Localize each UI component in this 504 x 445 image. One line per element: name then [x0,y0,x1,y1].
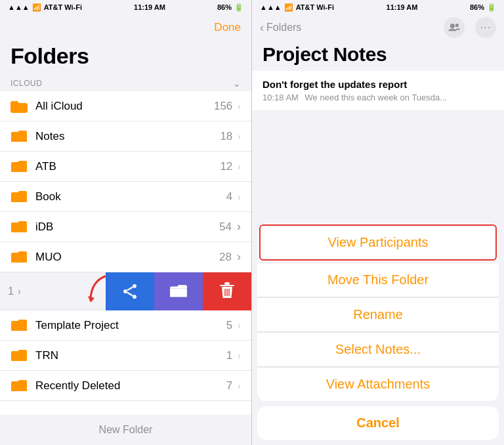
folder-item-trn[interactable]: TRN 1 › [0,341,251,371]
action-label: Select Notes... [335,342,421,357]
folder-button[interactable] [154,272,203,310]
folder-item-muo[interactable]: MUO 28 › [0,242,251,272]
folder-icon [10,129,28,144]
svg-rect-9 [224,282,230,285]
action-rename[interactable]: Rename [257,298,499,332]
folder-name: ATB [35,160,220,173]
svg-point-7 [133,284,136,287]
folder-list-top: All iCloud 156 › Notes 18 › ATB [0,91,251,415]
folder-count: 18 [220,130,232,143]
page-indicator: 1 › [0,286,29,297]
bottom-section: New Folder [0,415,251,445]
note-preview-text: We need this each week on Tuesda... [305,93,448,102]
note-preview[interactable]: Don't forget the updates report 10:18 AM… [252,71,504,110]
people-icon-button[interactable] [444,17,465,38]
folder-icon [10,99,28,114]
folder-count: 12 [220,160,232,173]
folder-item-template[interactable]: Template Project 5 › [0,310,251,341]
folder-item-book[interactable]: Book 4 › [0,182,251,212]
right-title: Project Notes [262,43,494,66]
action-cancel-sheet: Cancel [257,406,499,440]
right-battery: 86% 🔋 [470,3,496,12]
folder-item-atb[interactable]: ATB 12 › [0,152,251,182]
folder-item-idb[interactable]: iDB 54 › [0,212,251,242]
folder-count: 4 [226,190,232,203]
chevron-gray-icon: › [237,220,241,234]
folder-icon [10,349,28,363]
left-navbar: Done [0,14,251,41]
folder-count: 5 [226,319,232,332]
action-move-folder[interactable]: Move This Folder [257,263,499,297]
chevron-icon: › [238,161,241,172]
left-panel: ▲▲▲ 📶 AT&T Wi-Fi 11:19 AM 86% 🔋 Done Fol… [0,0,252,445]
left-time: 11:19 AM [134,3,165,11]
right-navbar: ‹ Folders ··· [252,14,504,41]
left-title: Folders [10,43,241,69]
chevron-icon: › [238,350,241,361]
folder-name: iDB [35,221,219,234]
wifi-icon: 📶 [284,3,293,12]
battery-icon: 🔋 [234,3,243,12]
svg-point-14 [450,24,455,28]
svg-marker-0 [88,296,94,303]
svg-point-8 [133,295,136,298]
chevron-icon: › [238,381,241,391]
left-carrier: ▲▲▲ 📶 AT&T Wi-Fi [8,3,82,12]
folder-name: Recently Deleted [35,379,226,392]
right-carrier: ▲▲▲ 📶 AT&T Wi-Fi [260,3,334,12]
folder-icon [10,190,28,204]
folder-count: 7 [226,379,232,392]
nav-icons: ··· [444,17,496,38]
folder-name: All iCloud [35,100,214,113]
swipe-action-row: 1 › [0,272,251,310]
folder-count: 156 [214,100,232,113]
page-chevron-icon: › [18,286,21,297]
action-label: Rename [353,307,403,322]
left-battery: 86% 🔋 [217,3,243,12]
cancel-label: Cancel [356,415,400,431]
right-title-container: Project Notes [252,41,504,71]
folder-name: Template Project [35,319,226,332]
folder-count: 1 [226,349,232,362]
action-label: View Attachments [326,377,430,392]
folder-icon [10,250,28,265]
svg-point-15 [455,24,459,27]
note-preview-meta: 10:18 AM We need this each week on Tuesd… [262,93,494,102]
action-view-attachments[interactable]: View Attachments [257,368,499,401]
folder-icon [10,318,28,333]
chevron-icon: › [238,131,241,142]
chevron-icon: › [238,192,241,202]
cancel-button[interactable]: Cancel [257,406,499,440]
action-view-participants[interactable]: View Participants [259,224,497,261]
folder-count: 28 [219,251,232,264]
action-select-notes[interactable]: Select Notes... [257,333,499,367]
wifi-icon: 📶 [32,3,41,12]
svg-rect-10 [220,285,234,286]
folder-name: Notes [35,130,220,143]
left-title-container: Folders [0,41,251,74]
folder-icon [10,220,28,234]
share-button[interactable] [106,272,154,310]
section-header: ICLOUD ⌄ [0,74,251,91]
ellipsis-icon: ··· [480,22,491,33]
folder-item-all-icloud[interactable]: All iCloud 156 › [0,91,251,121]
back-chevron-icon: ‹ [260,21,264,35]
page-number: 1 [8,286,14,297]
folder-item-notes[interactable]: Notes 18 › [0,121,251,152]
folder-icon [10,379,28,393]
done-button[interactable]: Done [214,21,241,34]
back-button[interactable]: ‹ Folders [260,21,301,35]
action-label: View Participants [327,235,428,250]
action-sheet: View Participants Move This Folder Renam… [257,222,499,401]
note-preview-time: 10:18 AM [262,93,299,102]
delete-button[interactable] [203,272,251,310]
signal-icon: ▲▲▲ [8,3,30,11]
action-label: Move This Folder [327,272,429,287]
action-sheet-overlay: View Participants Move This Folder Renam… [252,117,504,445]
folder-item-recently-deleted[interactable]: Recently Deleted 7 › [0,371,251,401]
more-icon-button[interactable]: ··· [475,17,496,38]
back-label: Folders [266,22,301,33]
note-preview-title: Don't forget the updates report [262,79,494,90]
right-panel: ▲▲▲ 📶 AT&T Wi-Fi 11:19 AM 86% 🔋 ‹ Folder… [252,0,504,445]
new-folder-button[interactable]: New Folder [0,417,251,442]
